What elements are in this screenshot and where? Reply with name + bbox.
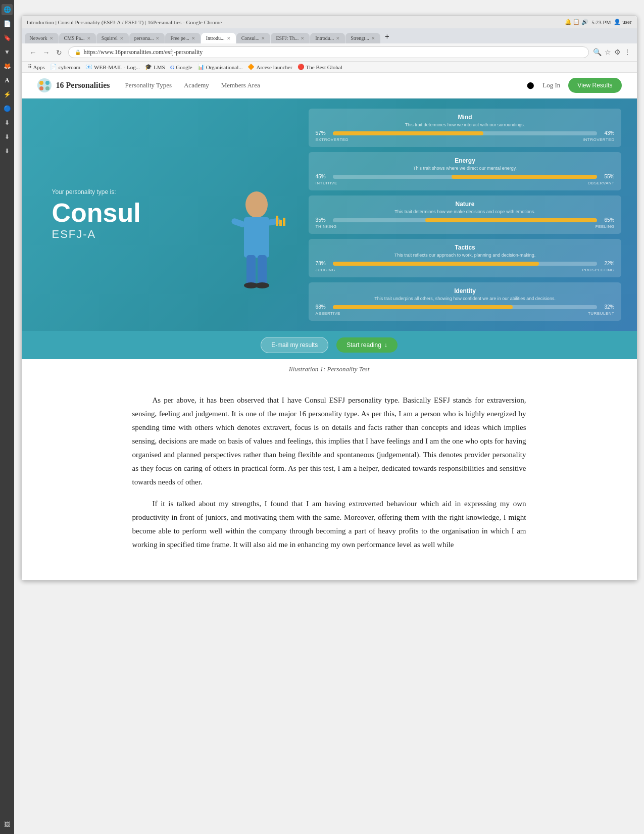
svg-rect-15: [283, 218, 285, 226]
sidebar-circle-icon[interactable]: 🔵: [2, 103, 13, 114]
tab-free-label: Free pe...: [170, 35, 189, 41]
sidebar-down3-icon[interactable]: ⬇: [2, 145, 13, 157]
tab-cms-close[interactable]: ✕: [87, 36, 91, 41]
apps-grid-icon: ⠿: [28, 64, 32, 70]
trait-mind-right-label: INTROVERTED: [583, 137, 615, 142]
paragraph-2-text: If it is talked about my strengths, I fo…: [132, 500, 526, 549]
bestglobal-icon: 🔴: [298, 64, 305, 70]
trait-energy: Energy This trait shows where we direct …: [309, 152, 622, 190]
trait-mind-left-pct: 57%: [316, 130, 330, 136]
tab-network[interactable]: Network ✕: [25, 33, 59, 43]
tab-free-close[interactable]: ✕: [191, 36, 195, 41]
trait-mind-desc: This trait determines how we interact wi…: [316, 122, 615, 127]
svg-point-3: [39, 86, 43, 90]
nav-academy[interactable]: Academy: [184, 81, 209, 89]
email-results-button[interactable]: E-mail my results: [261, 337, 328, 353]
trait-nature-fill: [425, 218, 598, 222]
sidebar-lightning-icon[interactable]: ⚡: [2, 89, 13, 100]
url-bar[interactable]: 🔒 https://www.16personalities.com/esfj-p…: [68, 46, 589, 58]
sidebar-down2-icon[interactable]: ⬇: [2, 131, 13, 142]
sidebar-doc-icon[interactable]: 📄: [2, 18, 13, 29]
menu-icon[interactable]: ⋮: [624, 48, 631, 57]
forward-button[interactable]: →: [41, 47, 52, 58]
lms-icon: 🎓: [145, 64, 152, 70]
tab-introdu2-label: Introdu...: [315, 35, 334, 41]
browser-title: Introduction | Consul Personality (ESFJ-…: [27, 19, 222, 25]
sidebar-image-icon[interactable]: 🖼: [2, 819, 13, 830]
logo-area: 16 Personalities: [37, 78, 110, 93]
tab-esfj[interactable]: ESFJ: Th... ✕: [271, 33, 310, 43]
tab-strength[interactable]: Strengt... ✕: [345, 33, 380, 43]
svg-rect-14: [279, 220, 282, 226]
sidebar-fox-icon[interactable]: 🦊: [2, 61, 13, 72]
browser-window: Introduction | Consul Personality (ESFJ-…: [21, 15, 637, 580]
share-icon[interactable]: ⬤: [527, 81, 534, 89]
nav-personality-types[interactable]: Personality Types: [125, 81, 172, 89]
sidebar-globe-icon[interactable]: 🌐: [2, 4, 13, 15]
tab-squirrel-close[interactable]: ✕: [120, 36, 124, 41]
tab-cms[interactable]: CMS Pa... ✕: [59, 33, 96, 43]
trait-nature-left-pct: 35%: [316, 217, 330, 223]
tab-strength-close[interactable]: ✕: [371, 36, 375, 41]
bookmark-webmail[interactable]: 📧 WEB-MAIL - Log...: [85, 64, 140, 70]
tab-introdu-active[interactable]: Introdu... ✕: [201, 33, 236, 43]
start-reading-button[interactable]: Start reading ↓: [336, 337, 398, 353]
trait-mind: Mind This trait determines how we intera…: [309, 109, 622, 147]
svg-point-2: [45, 81, 49, 85]
paragraph-1-text: As per above, it has been observed that …: [132, 396, 526, 486]
view-results-button[interactable]: View Results: [568, 78, 621, 93]
trait-nature-bar: [333, 218, 598, 222]
tab-persona[interactable]: persona... ✕: [129, 33, 165, 43]
bookmark-org[interactable]: 📊 Organisational...: [197, 64, 243, 70]
bookmark-bestglobal[interactable]: 🔴 The Best Global: [298, 64, 342, 70]
cyberoam-icon: 📄: [50, 64, 57, 70]
bookmark-apps[interactable]: ⠿ Apps: [28, 64, 45, 70]
trait-identity-right-pct: 32%: [600, 304, 614, 310]
trait-tactics: Tactics This trait reflects our approach…: [309, 239, 622, 277]
tab-introdu2[interactable]: Introdu... ✕: [310, 33, 345, 43]
refresh-button[interactable]: ↻: [54, 47, 64, 58]
trait-energy-fill: [452, 175, 597, 179]
nav-members-area[interactable]: Members Area: [221, 81, 260, 89]
back-button[interactable]: ←: [28, 47, 39, 58]
bookmark-arcese-label: Arcese launcher: [256, 64, 292, 70]
tab-free[interactable]: Free pe... ✕: [165, 33, 200, 43]
doc-content: As per above, it has been observed that …: [102, 383, 557, 580]
sidebar-bookmark-icon[interactable]: 🔖: [2, 32, 13, 43]
tab-consul[interactable]: Consul... ✕: [236, 33, 271, 43]
tab-introdu2-close[interactable]: ✕: [336, 36, 340, 41]
login-link[interactable]: Log In: [542, 81, 560, 89]
bookmark-arcese[interactable]: 🔶 Arcese launcher: [247, 64, 292, 70]
trait-energy-right-label: OBSERVANT: [587, 181, 614, 185]
trait-tactics-left-pct: 78%: [316, 261, 330, 266]
result-section: Your personality type is: Consul ESFJ-A: [22, 99, 637, 331]
bookmark-lms[interactable]: 🎓 LMS: [145, 64, 165, 70]
bookmark-google-label: Google: [176, 64, 192, 70]
tab-introdu-close[interactable]: ✕: [227, 36, 231, 41]
title-bar-right: 🔔 📋 🔊 5:23 PM 👤 user: [565, 19, 632, 25]
trait-energy-right-pct: 55%: [600, 174, 614, 179]
sidebar-down1-icon[interactable]: ⬇: [2, 117, 13, 128]
svg-point-0: [37, 78, 52, 92]
bookmark-cyberoam[interactable]: 📄 cyberoam: [50, 64, 80, 70]
sidebar-a-icon[interactable]: A: [2, 75, 13, 86]
tab-esfj-close[interactable]: ✕: [301, 36, 305, 41]
bookmark-cyberoam-label: cyberoam: [59, 64, 80, 70]
tab-network-close[interactable]: ✕: [49, 36, 54, 41]
search-icon[interactable]: 🔍: [593, 48, 602, 57]
bookmark-webmail-label: WEB-MAIL - Log...: [94, 64, 140, 70]
bookmarks-bar: ⠿ Apps 📄 cyberoam 📧 WEB-MAIL - Log... 🎓 …: [22, 62, 637, 73]
tab-squirrel[interactable]: Squirrel ✕: [96, 33, 129, 43]
new-tab-button[interactable]: +: [381, 30, 393, 43]
settings-icon[interactable]: ⚙: [614, 48, 621, 57]
tab-persona-close[interactable]: ✕: [156, 36, 160, 41]
sidebar-arrow-icon[interactable]: ▼: [2, 46, 13, 58]
trait-identity: Identity This trait underpins all others…: [309, 282, 622, 321]
bookmark-lms-label: LMS: [154, 64, 165, 70]
star-icon[interactable]: ☆: [605, 48, 611, 57]
paragraph-1: As per above, it has been observed that …: [132, 394, 526, 489]
tab-consul-close[interactable]: ✕: [261, 36, 265, 41]
address-bar: ← → ↻ 🔒 https://www.16personalities.com/…: [22, 43, 637, 62]
trait-tactics-left-label: JUDGING: [316, 268, 336, 272]
bookmark-google[interactable]: G Google: [170, 64, 192, 70]
